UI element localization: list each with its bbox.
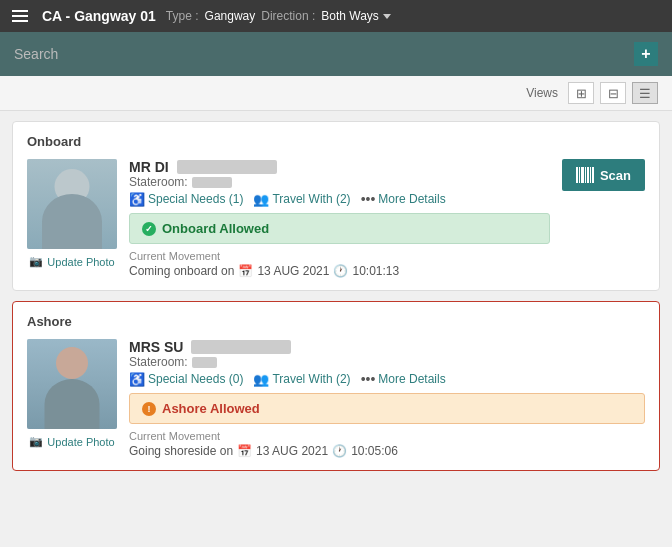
onboard-status-badge: ✓ Onboard Allowed	[129, 213, 550, 244]
calendar-icon: 📅	[238, 264, 253, 278]
onboard-section-label: Onboard	[27, 134, 645, 149]
ashore-stateroom-blurred	[192, 357, 217, 368]
ashore-section-label: Ashore	[27, 314, 645, 329]
search-bar: +	[0, 32, 672, 76]
dots-icon: •••	[361, 371, 376, 387]
ashore-movement-detail: Going shoreside on 📅 13 AUG 2021 🕐 10:05…	[129, 444, 645, 458]
header-title: CA - Gangway 01	[42, 8, 156, 24]
ashore-stateroom-row: Stateroom:	[129, 355, 645, 369]
view-list-button[interactable]	[632, 82, 658, 104]
onboard-movement-info: Current Movement Coming onboard on 📅 13 …	[129, 250, 550, 278]
onboard-person-name-blurred	[177, 160, 277, 174]
onboard-movement-label: Current Movement	[129, 250, 550, 262]
clock-icon: 🕐	[333, 264, 348, 278]
camera-icon: 📷	[29, 255, 43, 268]
onboard-photo-area: 📷 Update Photo	[27, 159, 117, 268]
camera-icon: 📷	[29, 435, 43, 448]
direction-value: Both Ways	[321, 9, 379, 23]
onboard-stateroom-row: Stateroom:	[129, 175, 550, 189]
views-label: Views	[526, 86, 558, 100]
scan-button[interactable]: Scan	[562, 159, 645, 191]
ashore-silhouette	[27, 339, 117, 429]
list-view-icon	[639, 86, 651, 101]
ashore-person-name-blurred	[191, 340, 291, 354]
split-view-icon	[608, 86, 619, 101]
onboard-person-photo	[27, 159, 117, 249]
header-meta: Type : Gangway Direction : Both Ways	[166, 9, 391, 23]
ashore-name-row: MRS SU	[129, 339, 645, 355]
onboard-movement-detail: Coming onboard on 📅 13 AUG 2021 🕐 10:01:…	[129, 264, 550, 278]
onboard-person-details: MR DI Stateroom: ♿ Special Needs (1) 👥 T…	[129, 159, 550, 278]
cards-container: Onboard 📷 Update Photo MR DI Stateroom:	[0, 111, 672, 481]
ashore-movement-info: Current Movement Going shoreside on 📅 13…	[129, 430, 645, 458]
ashore-travel-with-link[interactable]: 👥 Travel With (2)	[253, 372, 350, 387]
ashore-person-details: MRS SU Stateroom: ♿ Special Needs (0) 👥 …	[129, 339, 645, 458]
onboard-name-row: MR DI	[129, 159, 550, 175]
search-add-button[interactable]: +	[634, 42, 658, 66]
menu-icon[interactable]	[12, 10, 28, 22]
ashore-movement-label: Current Movement	[129, 430, 645, 442]
accessibility-icon: ♿	[129, 192, 145, 207]
views-bar: Views	[0, 76, 672, 111]
ashore-person-name-prefix: MRS SU	[129, 339, 183, 355]
onboard-travel-with-link[interactable]: 👥 Travel With (2)	[253, 192, 350, 207]
onboard-card-right: Scan	[562, 159, 645, 191]
ashore-status-dot: !	[142, 402, 156, 416]
ashore-status-badge: ! Ashore Allowed	[129, 393, 645, 424]
view-split-button[interactable]	[600, 82, 626, 104]
type-value: Gangway	[205, 9, 256, 23]
header: CA - Gangway 01 Type : Gangway Direction…	[0, 0, 672, 32]
onboard-status-dot: ✓	[142, 222, 156, 236]
ashore-special-needs-link[interactable]: ♿ Special Needs (0)	[129, 372, 243, 387]
calendar-icon: 📅	[237, 444, 252, 458]
ashore-photo-area: 📷 Update Photo	[27, 339, 117, 448]
onboard-update-photo-button[interactable]: 📷 Update Photo	[29, 255, 114, 268]
onboard-card: Onboard 📷 Update Photo MR DI Stateroom:	[12, 121, 660, 291]
onboard-more-details-link[interactable]: ••• More Details	[361, 191, 446, 207]
onboard-person-name-prefix: MR DI	[129, 159, 169, 175]
onboard-card-content: 📷 Update Photo MR DI Stateroom: ♿ Specia…	[27, 159, 645, 278]
ashore-update-photo-button[interactable]: 📷 Update Photo	[29, 435, 114, 448]
grid-view-icon	[576, 86, 587, 101]
ashore-more-details-link[interactable]: ••• More Details	[361, 371, 446, 387]
type-label: Type :	[166, 9, 199, 23]
direction-label: Direction :	[261, 9, 315, 23]
ashore-actions-row: ♿ Special Needs (0) 👥 Travel With (2) ••…	[129, 371, 645, 387]
group-icon: 👥	[253, 192, 269, 207]
chevron-down-icon	[383, 14, 391, 19]
ashore-card-content: 📷 Update Photo MRS SU Stateroom: ♿ Speci…	[27, 339, 645, 458]
search-input[interactable]	[14, 46, 634, 62]
group-icon: 👥	[253, 372, 269, 387]
clock-icon: 🕐	[332, 444, 347, 458]
direction-dropdown[interactable]: Both Ways	[321, 9, 391, 23]
view-grid-button[interactable]	[568, 82, 594, 104]
dots-icon: •••	[361, 191, 376, 207]
ashore-person-photo	[27, 339, 117, 429]
ashore-card: Ashore 📷 Update Photo MRS SU Stateroom:	[12, 301, 660, 471]
onboard-special-needs-link[interactable]: ♿ Special Needs (1)	[129, 192, 243, 207]
accessibility-icon: ♿	[129, 372, 145, 387]
onboard-silhouette	[27, 159, 117, 249]
onboard-actions-row: ♿ Special Needs (1) 👥 Travel With (2) ••…	[129, 191, 550, 207]
barcode-icon	[576, 167, 594, 183]
onboard-stateroom-blurred	[192, 177, 232, 188]
